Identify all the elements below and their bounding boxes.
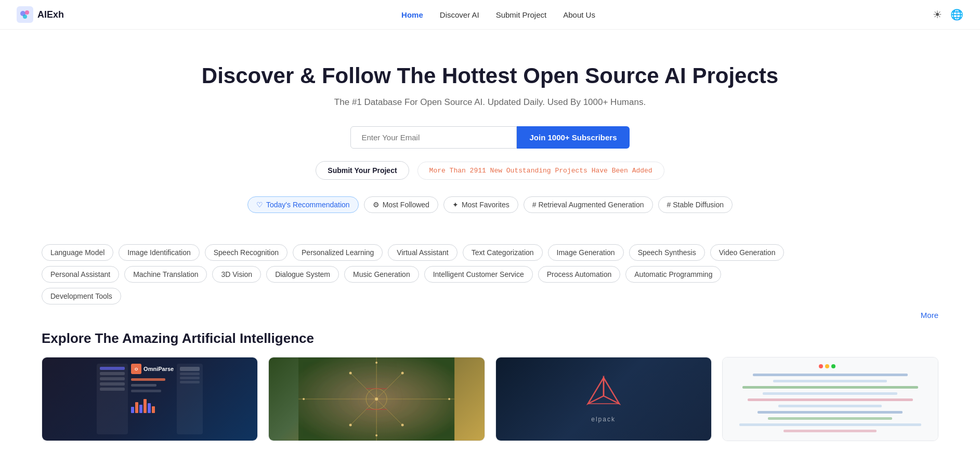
card-right-panel <box>177 364 203 434</box>
cat-automatic-programming[interactable]: Automatic Programming <box>625 266 721 283</box>
omniparse-name: OmniParse <box>143 366 174 372</box>
minimize-dot <box>825 364 829 368</box>
svg-point-15 <box>401 372 404 375</box>
filter-tab-stable-diffusion-label: # Stable Diffusion <box>667 201 724 209</box>
cat-image-identification[interactable]: Image Identification <box>119 244 199 261</box>
nav-submit[interactable]: Submit Project <box>496 10 547 19</box>
explore-title: Explore The Amazing Artificial Intellige… <box>42 330 938 347</box>
email-form: Join 1000+ Subscribers <box>17 126 963 149</box>
card-code-image <box>723 357 938 441</box>
category-tags-row3: Development Tools <box>42 288 938 304</box>
card-circuit-art[interactable] <box>268 357 485 441</box>
filter-tab-recommendation[interactable]: ♡ Today's Recommendation <box>247 196 359 213</box>
hero-subtitle: The #1 Database For Open Source AI. Upda… <box>17 97 963 108</box>
star-icon: ✦ <box>452 201 459 209</box>
cat-speech-recognition[interactable]: Speech Recognition <box>205 244 288 261</box>
svg-point-14 <box>375 397 378 401</box>
code-line-8 <box>768 417 892 420</box>
filter-tab-most-favorites-label: Most Favorites <box>462 201 509 209</box>
cat-intelligent-customer-service[interactable]: Intelligent Customer Service <box>424 266 533 283</box>
nav-about[interactable]: About Us <box>563 10 595 19</box>
cat-process-automation[interactable]: Process Automation <box>538 266 621 283</box>
filter-tab-stable-diffusion[interactable]: # Stable Diffusion <box>658 196 733 213</box>
cat-language-model[interactable]: Language Model <box>42 244 113 261</box>
more-link-container: More <box>0 311 980 320</box>
maximize-dot <box>831 364 835 368</box>
elpack-svg <box>583 375 624 411</box>
svg-point-17 <box>401 424 404 427</box>
more-link[interactable]: More <box>921 311 938 320</box>
svg-point-18 <box>349 424 352 427</box>
code-line-6 <box>778 405 882 407</box>
code-line-1 <box>753 374 908 376</box>
language-toggle-icon[interactable]: 🌐 <box>950 8 963 21</box>
elpack-text: elpack <box>591 416 616 423</box>
svg-point-21 <box>303 398 305 400</box>
svg-point-2 <box>25 10 29 15</box>
code-line-5 <box>748 398 913 401</box>
card-circuit-image <box>269 357 484 441</box>
svg-point-22 <box>448 398 450 400</box>
code-line-10 <box>783 430 877 432</box>
project-count-badge: More Than 2911 New Outstanding Projects … <box>417 162 664 180</box>
join-button[interactable]: Join 1000+ Subscribers <box>517 126 629 149</box>
theme-toggle-icon[interactable]: ☀ <box>933 8 942 21</box>
hero-title: Discover & Follow The Hottest Open Sourc… <box>17 63 963 89</box>
svg-point-16 <box>349 372 352 375</box>
category-tags-row1: Language Model Image Identification Spee… <box>42 244 938 261</box>
submit-row: Submit Your Project More Than 2911 New O… <box>17 161 963 180</box>
logo-text: AIExh <box>37 9 64 20</box>
navbar-right: ☀ 🌐 <box>933 8 963 21</box>
cat-text-categorization[interactable]: Text Categorization <box>463 244 543 261</box>
elpack-logo: elpack <box>583 375 624 423</box>
submit-project-button[interactable]: Submit Your Project <box>316 161 409 180</box>
filter-tab-most-followed-label: Most Followed <box>383 201 429 209</box>
filter-tab-recommendation-label: Today's Recommendation <box>266 201 350 209</box>
code-topbar <box>819 364 842 369</box>
code-line-9 <box>739 423 921 426</box>
cat-image-generation[interactable]: Image Generation <box>548 244 624 261</box>
filter-tab-most-favorites[interactable]: ✦ Most Favorites <box>443 196 518 213</box>
nav-links: Home Discover AI Submit Project About Us <box>401 10 595 19</box>
follow-icon: ⚙ <box>373 201 380 209</box>
explore-section: Explore The Amazing Artificial Intellige… <box>0 330 980 441</box>
svg-marker-25 <box>588 378 604 404</box>
card-sidebar <box>97 364 128 434</box>
filter-tabs: ♡ Today's Recommendation ⚙ Most Followed… <box>17 196 963 213</box>
navbar: AIExh Home Discover AI Submit Project Ab… <box>0 0 980 30</box>
omniparse-logo-box: O <box>131 364 141 374</box>
svg-point-3 <box>23 15 27 19</box>
site-logo[interactable]: AIExh <box>17 6 64 23</box>
filter-tab-rag[interactable]: # Retrieval Augmented Generation <box>524 196 653 213</box>
cat-personal-assistant[interactable]: Personal Assistant <box>42 266 119 283</box>
card-code-editor[interactable] <box>722 357 938 441</box>
cat-dialogue-system[interactable]: Dialogue System <box>266 266 339 283</box>
heart-icon: ♡ <box>256 201 263 209</box>
svg-point-20 <box>375 434 377 436</box>
cat-music-generation[interactable]: Music Generation <box>344 266 419 283</box>
circuit-svg <box>269 357 484 441</box>
close-dot <box>819 364 823 368</box>
nav-discover[interactable]: Discover AI <box>440 10 479 19</box>
cat-machine-translation[interactable]: Machine Translation <box>124 266 207 283</box>
card-omniparse[interactable]: O OmniParse <box>42 357 258 441</box>
nav-home[interactable]: Home <box>401 10 423 19</box>
cat-3d-vision[interactable]: 3D Vision <box>212 266 261 283</box>
cat-personalized-learning[interactable]: Personalized Learning <box>293 244 383 261</box>
card-elpack-image: elpack <box>496 357 711 441</box>
card-elpack[interactable]: elpack <box>495 357 712 441</box>
category-tags-row2: Personal Assistant Machine Translation 3… <box>42 266 938 283</box>
cat-development-tools[interactable]: Development Tools <box>42 288 121 304</box>
cat-video-generation[interactable]: Video Generation <box>710 244 785 261</box>
cat-virtual-assistant[interactable]: Virtual Assistant <box>388 244 457 261</box>
svg-point-19 <box>375 362 377 364</box>
email-input[interactable] <box>350 126 517 149</box>
filter-tab-most-followed[interactable]: ⚙ Most Followed <box>364 196 438 213</box>
code-line-7 <box>757 411 903 414</box>
cat-speech-synthesis[interactable]: Speech Synthesis <box>629 244 705 261</box>
card-main-area: O OmniParse <box>131 364 174 434</box>
cards-grid: O OmniParse <box>42 357 938 441</box>
filter-tab-rag-label: # Retrieval Augmented Generation <box>532 201 644 209</box>
svg-marker-26 <box>604 378 619 404</box>
code-line-3 <box>742 386 919 389</box>
